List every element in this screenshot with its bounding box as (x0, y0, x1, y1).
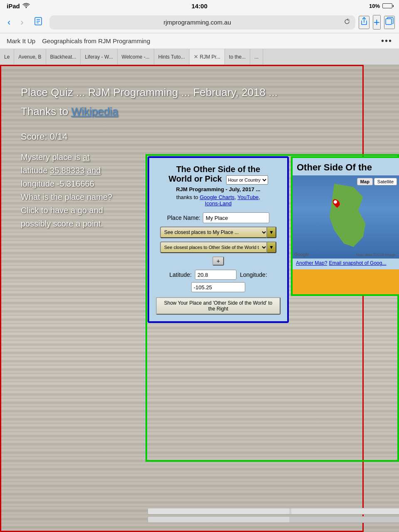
youtube-link[interactable]: YouTube (237, 194, 259, 200)
hour-country-dropdown[interactable]: Hour or Country (226, 175, 268, 185)
popup-title: The Other Side of theWorld or Pick Hour … (156, 165, 281, 185)
place-name-input[interactable] (203, 212, 269, 223)
place-name-row: Place Name: (156, 212, 281, 223)
page-title-label: Geographicals from RJM Programming (42, 37, 150, 44)
place-name-label: Place Name: (167, 214, 200, 221)
bottom-scrollbars (148, 508, 399, 525)
quiz-score: Score: 0/14 (21, 131, 278, 142)
google-watermark: Google (294, 252, 309, 257)
tab-avenue[interactable]: Avenue, B (14, 49, 46, 65)
tab-welcome[interactable]: Welcome -... (118, 49, 154, 65)
svg-rect-5 (386, 19, 392, 25)
show-button[interactable]: Show Your Place and 'Other Side of the W… (156, 297, 281, 315)
right-panel: Other Side Of the Map Satellite Google M… (291, 156, 399, 296)
battery-percent: 10% (369, 3, 380, 9)
longitude-input[interactable] (191, 282, 245, 292)
ipad-label: iPad (7, 2, 20, 10)
popup-subtitle: RJM Programming - July, 2017 ... (156, 186, 281, 192)
closest-places-arrow[interactable]: ▼ (266, 227, 276, 238)
battery-icon (382, 3, 392, 8)
tab-tothe[interactable]: to the... (225, 49, 250, 65)
tab-hints[interactable]: Hints Tuto... (154, 49, 190, 65)
forward-button[interactable]: › (17, 15, 27, 30)
horizontal-scrollbar-1[interactable] (148, 508, 399, 515)
svg-point-0 (25, 7, 27, 8)
tab-blackheat[interactable]: Blackheat... (46, 49, 81, 65)
email-snapshot-link[interactable]: Email snapshot of Goog... (329, 260, 386, 266)
tabs-bar: Le Avenue, B Blackheat... Liferay - W...… (0, 49, 399, 65)
add-tab-button[interactable]: + (373, 15, 381, 30)
coordinates-section: Latitude: Longitude: (156, 270, 281, 292)
quiz-thanks: Thanks to Wikipedia (21, 105, 278, 119)
main-popup: The Other Side of theWorld or Pick Hour … (148, 156, 289, 323)
right-panel-title: Other Side Of the (293, 158, 399, 175)
url-text: rjmprogramming.com.au (54, 19, 340, 26)
quiz-mystery-text[interactable]: Mystery place is at latitude 35.88333 an… (21, 150, 154, 230)
closest-places-row: See closest places to My Place ... ▼ (156, 227, 281, 238)
more-options-button[interactable]: ••• (381, 36, 392, 46)
popup-credits: thanks to Google Charts, YouTube, Icons-… (156, 194, 281, 207)
scrollbar-thumb-left (148, 508, 289, 514)
other-side-row: See closest places to Other Side of the … (156, 241, 281, 253)
latitude-row: Latitude: Longitude: (156, 270, 281, 280)
map-links: Another Map? Email snapshot of Goog... (293, 259, 399, 268)
longitude-row (156, 282, 281, 292)
scrollbar-thumb-right (291, 508, 399, 514)
tab-liferay[interactable]: Liferay - W... (81, 49, 117, 65)
map-background (293, 175, 399, 259)
wifi-icon (22, 2, 30, 10)
scrollbar-inner (148, 517, 289, 522)
tab-more[interactable]: ... (250, 49, 263, 65)
mark-it-up-btn[interactable]: Mark It Up (7, 37, 35, 44)
orange-bar (293, 269, 399, 294)
google-charts-link[interactable]: Google Charts (200, 194, 234, 200)
status-time: 14:00 (192, 2, 207, 10)
latitude-input[interactable] (195, 270, 236, 280)
back-button[interactable]: ‹ (4, 15, 14, 30)
bookmarks-button[interactable] (30, 15, 46, 30)
map-btn-map[interactable]: Map (357, 178, 373, 185)
another-map-link[interactable]: Another Map? (296, 260, 327, 266)
other-side-dropdown[interactable]: See closest places to Other Side of the … (160, 241, 268, 253)
map-area[interactable]: Map Satellite Google Map data ©2018 Imag… (293, 175, 399, 259)
main-content: Place Quiz ... RJM Programming ... Febru… (0, 65, 399, 532)
tabs-button[interactable] (384, 16, 395, 29)
quiz-title: Place Quiz ... RJM Programming ... Febru… (21, 86, 278, 100)
icons-land-link[interactable]: Icons-Land (205, 200, 232, 207)
wikipedia-link[interactable]: Wikipedia (71, 105, 118, 118)
continent-shape (325, 184, 373, 250)
other-side-arrow[interactable]: ▼ (266, 241, 276, 253)
closest-places-dropdown[interactable]: See closest places to My Place ... (160, 227, 268, 238)
tab-close-rjm[interactable]: ✕ (194, 54, 198, 60)
map-btn-satellite[interactable]: Satellite (374, 178, 397, 185)
nav-bar: ‹ › rjmprogramming.com.au + (0, 12, 399, 33)
longitude-label: Longitude: (240, 271, 267, 278)
horizontal-scrollbar-2[interactable] (148, 516, 399, 523)
toolbar: Mark It Up Geographicals from RJM Progra… (0, 33, 399, 49)
tab-rjm[interactable]: ✕ RJM Pr... (190, 49, 225, 65)
latitude-label: Latitude: (169, 271, 192, 278)
url-bar[interactable]: rjmprogramming.com.au (49, 15, 355, 30)
map-credit: Map data ©2018 Image... (356, 253, 399, 257)
reload-button[interactable] (344, 18, 350, 27)
plus-button[interactable]: + (212, 256, 224, 266)
share-button[interactable] (359, 16, 369, 29)
tab-le[interactable]: Le (0, 49, 14, 65)
map-controls: Map Satellite (357, 178, 397, 185)
status-bar: iPad 14:00 10% (0, 0, 399, 12)
